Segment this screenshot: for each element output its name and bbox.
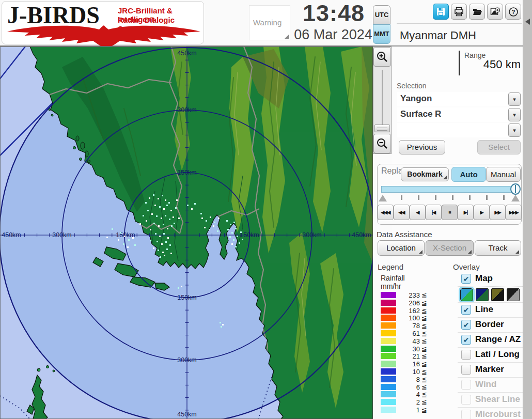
- legend-color-swatch: [381, 307, 396, 314]
- map-style-row: [458, 286, 523, 302]
- step-forward-button[interactable]: ▶|: [458, 205, 474, 220]
- save-icon: [436, 7, 446, 17]
- replay-progress-bar[interactable]: [381, 186, 516, 193]
- overlay-item-wind: Wind: [458, 377, 523, 392]
- map-style-blue-green[interactable]: [460, 288, 473, 301]
- zoom-out-button[interactable]: [373, 134, 391, 153]
- product-dropdown[interactable]: Surface R ▾: [397, 107, 522, 122]
- map-style-olive-black[interactable]: [491, 288, 504, 301]
- shear-line-checkbox: [461, 395, 471, 405]
- play-button[interactable]: ▶: [474, 205, 490, 220]
- legend-row: 43≦: [381, 337, 432, 345]
- timezone-utc-button[interactable]: UTC: [373, 5, 390, 24]
- legend-color-swatch: [381, 384, 396, 390]
- legend-color-swatch: [381, 353, 396, 359]
- legend-row: 8≦: [381, 376, 432, 383]
- step-backward-button[interactable]: |◀: [426, 205, 442, 220]
- fastest-forward-button[interactable]: ▶▶▶: [506, 205, 522, 220]
- overlay-item-line[interactable]: ✔ Line: [458, 302, 523, 317]
- previous-button[interactable]: Previous: [399, 140, 445, 154]
- data-assistance-label: Data Assistance: [377, 230, 432, 239]
- legend-row: 21≦: [381, 352, 432, 360]
- legend-color-swatch: [381, 407, 396, 413]
- overlay-list: ✔ Map ✔ Line ✔ Border ✔ Range / AZ Lati …: [458, 272, 523, 419]
- wind-checkbox: [461, 380, 471, 390]
- playback-controls: ◀◀◀ ◀◀ ◀ |◀ ■ ▶| ▶ ▶▶ ▶▶▶: [378, 205, 522, 220]
- range-az-checkbox[interactable]: ✔: [461, 335, 471, 345]
- print-button[interactable]: [451, 4, 467, 20]
- svg-text:300km: 300km: [52, 231, 72, 239]
- legend-row: 1≦: [381, 406, 432, 414]
- legend-color-swatch: [381, 346, 396, 352]
- overlay-item-microburst: Microburst: [458, 407, 523, 419]
- replay-start-marker-icon[interactable]: [379, 195, 387, 201]
- zoom-slider-handle[interactable]: [374, 125, 390, 132]
- map-style-navy-green[interactable]: [476, 288, 489, 301]
- add-image-icon: [490, 7, 500, 17]
- overlay-item-range-az[interactable]: ✔ Range / AZ: [458, 332, 523, 347]
- legend-color-swatch: [381, 376, 396, 382]
- legend-color-swatch: [381, 361, 396, 367]
- jbirds-app: J-BIRDS JRC-Brilliant & Intelligent Rada…: [0, 0, 532, 419]
- svg-text:450km: 450km: [177, 50, 197, 57]
- svg-text:150km: 150km: [177, 294, 197, 301]
- select-button[interactable]: Select: [477, 140, 521, 154]
- legend-row: 6≦: [381, 383, 432, 391]
- overlay-item-marker[interactable]: Marker: [458, 362, 523, 377]
- option-dropdown-arrow-icon[interactable]: ▾: [508, 123, 521, 137]
- marker-checkbox[interactable]: [461, 365, 471, 375]
- save-button[interactable]: [433, 4, 449, 20]
- line-checkbox[interactable]: ✔: [461, 305, 471, 315]
- map-style-black-gray[interactable]: [507, 288, 520, 301]
- fast-rewind-button[interactable]: ◀◀: [394, 205, 410, 220]
- station-title: Myanmar DMH: [400, 29, 476, 42]
- panel-collapse-strip[interactable]: [523, 0, 532, 419]
- xsection-button[interactable]: X-Section: [426, 240, 474, 256]
- overlay-item-lati-long[interactable]: Lati / Long: [458, 347, 523, 362]
- option-dropdown[interactable]: ▾: [397, 123, 522, 137]
- replay-tick-row: [377, 195, 522, 202]
- play-reverse-button[interactable]: ◀: [410, 205, 426, 220]
- help-button[interactable]: ?: [505, 4, 521, 20]
- map-checkbox[interactable]: ✔: [461, 274, 471, 284]
- manual-mode-button[interactable]: Manual: [486, 167, 521, 182]
- zoom-in-button[interactable]: [373, 47, 391, 67]
- stop-button[interactable]: ■: [442, 205, 458, 220]
- legend-color-swatch: [381, 330, 396, 336]
- product-dropdown-arrow-icon[interactable]: ▾: [508, 108, 521, 121]
- svg-text:450km: 450km: [2, 231, 21, 239]
- warning-button[interactable]: Warning: [249, 5, 290, 40]
- replay-slider-handle[interactable]: [510, 183, 521, 195]
- auto-mode-button[interactable]: Auto: [451, 167, 486, 182]
- track-button[interactable]: Track: [475, 240, 521, 256]
- fast-forward-button[interactable]: ▶▶: [490, 205, 506, 220]
- legend-color-swatch: [381, 322, 396, 329]
- legend-color-swatch: [381, 300, 396, 306]
- help-icon: ?: [508, 7, 519, 17]
- microburst-checkbox: [461, 410, 471, 419]
- timezone-mmt-button[interactable]: MMT: [373, 24, 390, 44]
- clock-time: 13:48: [295, 0, 372, 27]
- legend-unit-mmhr: mm/hr: [381, 282, 401, 290]
- legend-row: 2≦: [381, 398, 432, 406]
- product-dropdown-value: Surface R: [400, 109, 441, 119]
- overlay-item-map[interactable]: ✔ Map: [458, 272, 523, 286]
- legend-color-swatch: [381, 292, 396, 298]
- lati-long-checkbox[interactable]: [461, 350, 471, 360]
- fastest-rewind-button[interactable]: ◀◀◀: [378, 205, 394, 220]
- legend-row: 233≦: [381, 291, 432, 299]
- location-button[interactable]: Location: [378, 240, 425, 256]
- svg-text:150km: 150km: [177, 169, 197, 176]
- open-folder-button[interactable]: [469, 4, 485, 20]
- radar-map[interactable]: 450km 300km 150km 150km 300km 450km 450k…: [0, 46, 373, 419]
- site-dropdown[interactable]: Yangon ▾: [397, 92, 522, 106]
- site-dropdown-arrow-icon[interactable]: ▾: [508, 92, 521, 106]
- legend-color-swatch: [381, 391, 396, 397]
- border-checkbox[interactable]: ✔: [461, 320, 471, 330]
- replay-end-marker-icon[interactable]: [511, 195, 520, 201]
- map-zoom-control: [373, 46, 392, 154]
- add-image-button[interactable]: [487, 4, 503, 20]
- bookmark-button[interactable]: Bookmark: [401, 167, 449, 181]
- overlay-item-border[interactable]: ✔ Border: [458, 317, 523, 332]
- zoom-slider-track[interactable]: [382, 70, 383, 131]
